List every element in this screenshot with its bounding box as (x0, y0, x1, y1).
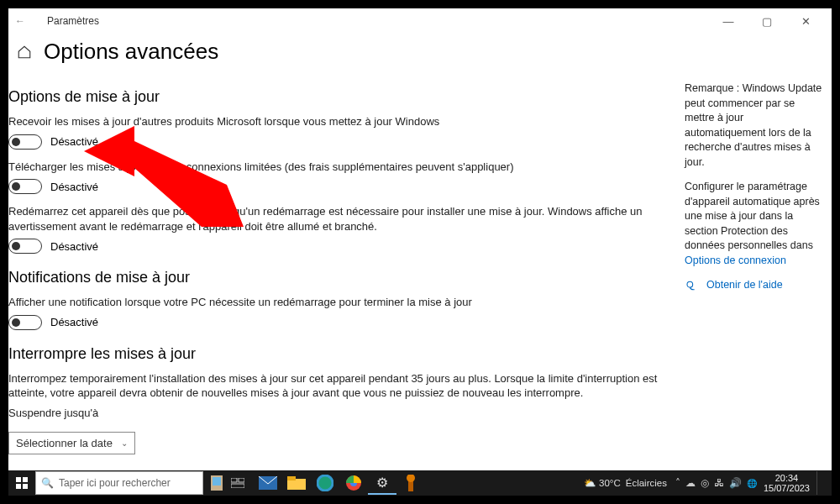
svg-rect-9 (239, 478, 244, 482)
toggle-metered-state: Désactivé (50, 181, 98, 193)
cortana-icon[interactable] (207, 472, 227, 494)
toggle-receive-updates[interactable] (8, 134, 42, 150)
toggle-receive-updates-state: Désactivé (50, 135, 98, 148)
taskbar-clock[interactable]: 20:34 15/07/2023 (764, 473, 810, 493)
settings-window: ← Paramètres — ▢ ✕ Options avancées Opti… (8, 8, 832, 470)
svg-rect-13 (287, 476, 296, 480)
show-desktop-button[interactable] (816, 471, 827, 495)
tray-chevron-up-icon[interactable]: ˄ (675, 477, 680, 489)
search-icon: 🔍 (41, 477, 54, 489)
taskbar-app-explorer[interactable] (282, 471, 311, 495)
page-title: Options avancées (44, 39, 218, 65)
taskbar-app-edge[interactable] (311, 471, 339, 495)
taskbar-search[interactable]: 🔍 Taper ici pour rechercher (35, 471, 203, 495)
section-pause: Interrompre les mises à jour (8, 345, 672, 363)
tray-network-icon[interactable]: 🖧 (714, 477, 724, 489)
gear-icon: ⚙ (376, 475, 388, 491)
sidebar: Remarque : Windows Update peut commencer… (680, 73, 832, 470)
pause-desc: Interrompez temporairement l'installatio… (8, 371, 672, 401)
svg-rect-7 (213, 477, 221, 486)
minimize-button[interactable]: — (709, 8, 748, 34)
pause-date-dropdown[interactable]: Sélectionner la date ⌄ (8, 432, 135, 454)
svg-rect-2 (16, 477, 21, 482)
home-icon[interactable] (17, 45, 32, 60)
page-header: Options avancées (8, 34, 832, 73)
svg-rect-4 (16, 484, 21, 489)
sidebar-note-1: Remarque : Windows Update peut commencer… (685, 81, 823, 170)
taskbar-app-settings[interactable]: ⚙ (368, 471, 396, 495)
taskbar-apps: ⚙ (254, 471, 425, 495)
task-view-button[interactable] (227, 472, 249, 494)
clock-time: 20:34 (764, 473, 810, 483)
toggle-restart-state: Désactivé (50, 240, 98, 253)
get-help-link[interactable]: Obtenir de l'aide (706, 278, 783, 293)
weather-temp: 30°C (599, 478, 621, 488)
opt-receive-updates-label: Recevoir les mises à jour d'autres produ… (8, 114, 672, 129)
tray-volume-icon[interactable]: 🔊 (729, 477, 742, 489)
opt-restart-label: Redémarrez cet appareil dès que possible… (8, 204, 672, 234)
main-content: Options de mise à jour Recevoir les mise… (8, 73, 680, 470)
toggle-restart[interactable] (8, 239, 42, 254)
svg-rect-10 (231, 484, 244, 488)
maximize-button[interactable]: ▢ (748, 8, 786, 34)
taskbar-app-chrome[interactable] (339, 471, 368, 495)
svg-point-0 (687, 281, 693, 287)
weather-text: Éclaircies (626, 478, 667, 488)
opt-metered-label: Télécharger les mises à jour via des con… (8, 160, 672, 175)
start-button[interactable] (8, 470, 35, 496)
chevron-down-icon: ⌄ (121, 438, 128, 448)
section-update-options: Options de mise à jour (8, 88, 672, 106)
signin-options-link[interactable]: Options de connexion (685, 255, 786, 266)
taskbar-app-mail[interactable] (254, 471, 282, 495)
pause-date-value: Sélectionner la date (16, 437, 113, 449)
taskbar: 🔍 Taper ici pour rechercher ⚙ ⛅ 30°C Écl… (8, 470, 832, 496)
back-icon[interactable]: ← (15, 15, 25, 27)
close-button[interactable]: ✕ (786, 8, 825, 34)
toggle-notify[interactable] (8, 315, 42, 330)
system-tray[interactable]: ˄ ☁ ◎ 🖧 🔊 🌐 (675, 477, 757, 489)
taskbar-weather[interactable]: ⛅ 30°C Éclaircies (584, 477, 667, 489)
titlebar: ← Paramètres — ▢ ✕ (8, 8, 832, 34)
svg-rect-8 (231, 478, 237, 482)
app-name: Paramètres (47, 15, 99, 27)
svg-rect-5 (23, 484, 28, 489)
taskbar-app-other[interactable] (396, 471, 425, 495)
toggle-metered[interactable] (8, 179, 42, 194)
svg-rect-3 (23, 477, 28, 482)
opt-notify-label: Afficher une notification lorsque votre … (8, 295, 672, 310)
search-placeholder: Taper ici pour rechercher (59, 477, 171, 489)
sidebar-note-2: Configurer le paramétrage d'appareil aut… (685, 180, 823, 268)
tray-language-icon[interactable]: 🌐 (747, 479, 757, 488)
tray-onedrive-icon[interactable]: ☁ (685, 477, 696, 489)
svg-point-19 (407, 475, 415, 482)
weather-icon: ⛅ (584, 477, 596, 489)
help-icon (685, 278, 700, 293)
section-notifications: Notifications de mise à jour (8, 269, 672, 286)
clock-date: 15/07/2023 (764, 483, 810, 493)
toggle-notify-state: Désactivé (50, 316, 98, 328)
tray-location-icon[interactable]: ◎ (701, 477, 709, 489)
pause-sublabel: Suspendre jusqu'à (8, 406, 672, 421)
